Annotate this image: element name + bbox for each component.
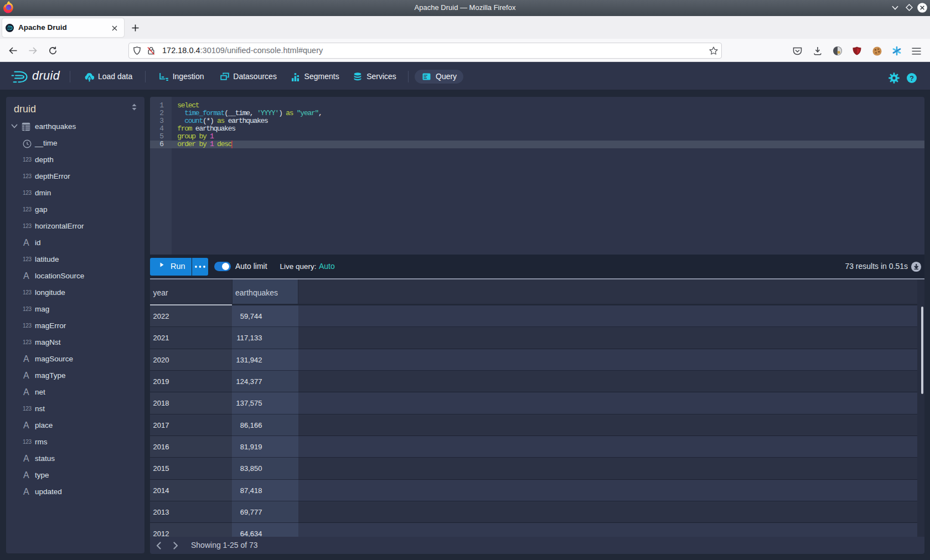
svg-text:?: ?	[910, 75, 914, 82]
